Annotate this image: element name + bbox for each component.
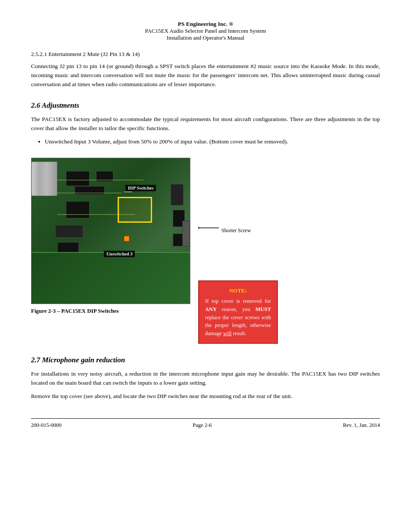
sub-board bbox=[31, 252, 190, 304]
figure-area: DIP Switches Unswitched 3 Figure 2-3 – P… bbox=[31, 158, 380, 344]
dip-switches-callout: DIP Switches bbox=[125, 185, 156, 191]
page-header: PS Engineering Inc. ® PAC15EX Audio Sele… bbox=[31, 21, 380, 41]
figure-image: DIP Switches Unswitched 3 bbox=[31, 158, 190, 304]
figure-image-wrap: DIP Switches Unswitched 3 Figure 2-3 – P… bbox=[31, 158, 190, 321]
section-2-6-heading: 2.6 Adjustments bbox=[31, 101, 380, 110]
dip-switches-box bbox=[118, 197, 152, 223]
unswitched-indicator bbox=[124, 236, 129, 241]
footer-center: Page 2-6 bbox=[193, 422, 212, 429]
trace-1 bbox=[57, 180, 143, 180]
section-2-7-body1: For installations in very noisy aircraft… bbox=[31, 370, 380, 388]
footer-right: Rev. 1, Jan. 2014 bbox=[343, 422, 380, 429]
figure-caption: Figure 2-3 – PAC15EX DIP Switches bbox=[31, 308, 190, 314]
bullet-list: Unswitched Input 3 Volume, adjust from 5… bbox=[45, 137, 380, 148]
header-line2: PAC15EX Audio Selector Panel and Interco… bbox=[31, 28, 380, 34]
section-2-7-heading: 2.7 Microphone gain reduction bbox=[31, 356, 380, 364]
section-2-6-body1: The PAC15EX is factory adjusted to accom… bbox=[31, 115, 380, 133]
trace-2 bbox=[57, 193, 122, 193]
ic-chip-4 bbox=[66, 201, 90, 218]
note-body: If top cover is removed for ANY reason, … bbox=[205, 297, 271, 338]
dip-arrow bbox=[124, 192, 132, 192]
section-2-5-2-1-heading: 2.5.2.1 Entertainment 2 Mute (J2 Pin 13 … bbox=[31, 51, 380, 58]
ic-chip-5 bbox=[55, 225, 83, 238]
page-footer: 200-015-0000 Page 2-6 Rev. 1, Jan. 2014 bbox=[31, 418, 380, 429]
bullet-item-1: Unswitched Input 3 Volume, adjust from 5… bbox=[45, 137, 380, 146]
right-connector bbox=[182, 221, 190, 246]
header-line3: Installation and Operator's Manual bbox=[31, 34, 380, 41]
unswitched3-callout: Unswitched 3 bbox=[104, 251, 135, 257]
note-title: NOTE: bbox=[205, 286, 271, 295]
company-name: PS Engineering Inc. ® bbox=[31, 21, 380, 28]
ic-chip-3 bbox=[75, 186, 105, 195]
footer-left: 200-015-0000 bbox=[31, 422, 62, 429]
svg-marker-1 bbox=[198, 226, 199, 230]
note-box: NOTE: If top cover is removed for ANY re… bbox=[198, 280, 278, 344]
shorter-screw-label: Shorter Screw bbox=[221, 227, 251, 234]
page: PS Engineering Inc. ® PAC15EX Audio Sele… bbox=[0, 0, 411, 532]
right-comp-1 bbox=[171, 184, 184, 205]
section-2-5-2-1-body: Connecting J2 pin 13 to pin 14 (or groun… bbox=[31, 62, 380, 89]
figure-right-side: Shorter Screw NOTE: If top cover is remo… bbox=[198, 158, 278, 344]
ic-chip-1 bbox=[66, 171, 90, 186]
shorter-screw-area: Shorter Screw bbox=[198, 222, 251, 234]
section-2-7-body2: Remove the top cover (see above), and lo… bbox=[31, 392, 380, 401]
ic-chip-6 bbox=[57, 242, 79, 253]
arrow-icon bbox=[198, 224, 220, 231]
ribbon-cable bbox=[31, 162, 57, 196]
